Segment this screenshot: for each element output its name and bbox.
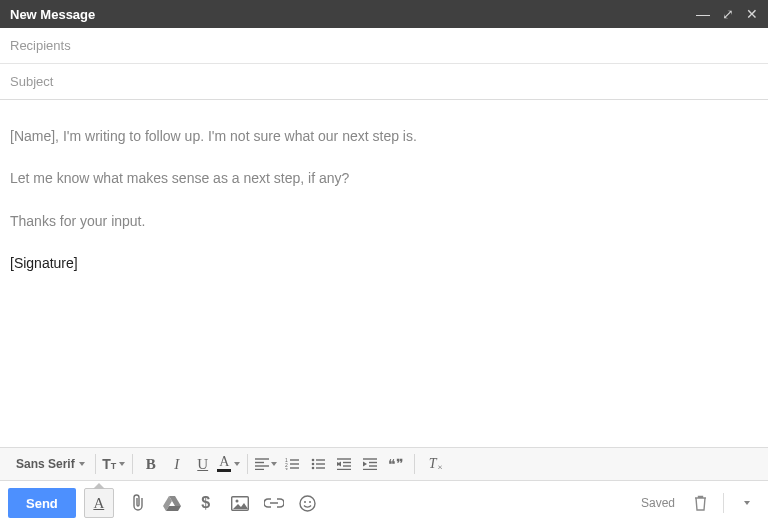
action-bar: Send A $ Saved	[0, 481, 768, 525]
align-button[interactable]	[254, 452, 278, 476]
svg-point-33	[304, 501, 306, 503]
numbered-list-icon: 123	[285, 458, 299, 470]
svg-marker-26	[363, 462, 367, 467]
align-left-icon	[255, 458, 269, 470]
attach-file-button[interactable]	[128, 493, 148, 513]
subject-placeholder: Subject	[10, 74, 53, 89]
font-family-label: Sans Serif	[16, 457, 75, 471]
insert-emoji-button[interactable]	[298, 493, 318, 513]
popout-icon[interactable]: ⤢	[722, 7, 734, 21]
formatting-toggle-glyph: A	[93, 495, 104, 512]
text-color-button[interactable]: A	[217, 452, 241, 476]
signature-line: [Signature]	[10, 253, 758, 273]
chevron-down-icon	[234, 462, 240, 466]
svg-point-12	[311, 467, 314, 470]
recipients-field[interactable]: Recipients	[0, 28, 768, 64]
svg-point-10	[311, 459, 314, 462]
body-paragraph: Thanks for your input.	[10, 211, 758, 231]
formatting-toolbar: Sans Serif TT B I U A 123	[0, 447, 768, 481]
font-family-picker[interactable]: Sans Serif	[12, 457, 89, 471]
subject-field[interactable]: Subject	[0, 64, 768, 100]
more-options-button[interactable]	[736, 492, 758, 514]
bold-button[interactable]: B	[139, 452, 163, 476]
remove-formatting-button[interactable]: T	[421, 452, 445, 476]
svg-marker-21	[337, 462, 341, 467]
save-status: Saved	[641, 496, 675, 510]
send-button[interactable]: Send	[8, 488, 76, 518]
insert-drive-button[interactable]	[162, 493, 182, 513]
indent-less-icon	[337, 458, 351, 470]
insert-money-button[interactable]: $	[196, 493, 216, 513]
window-title: New Message	[10, 7, 696, 22]
numbered-list-button[interactable]: 123	[280, 452, 304, 476]
indent-more-icon	[363, 458, 377, 470]
svg-text:3: 3	[285, 467, 288, 470]
separator	[723, 493, 724, 513]
indent-more-button[interactable]	[358, 452, 382, 476]
chevron-down-icon	[744, 501, 750, 505]
link-icon	[264, 498, 284, 508]
minimize-icon[interactable]: —	[696, 7, 710, 21]
body-paragraph: [Name], I'm writing to follow up. I'm no…	[10, 126, 758, 146]
underline-button[interactable]: U	[191, 452, 215, 476]
chevron-down-icon	[79, 462, 85, 466]
body-paragraph: Let me know what makes sense as a next s…	[10, 168, 758, 188]
compose-window: New Message — ⤢ ✕ Recipients Subject [Na…	[0, 0, 768, 525]
drive-icon	[163, 495, 181, 511]
window-controls: — ⤢ ✕	[696, 7, 758, 21]
svg-point-34	[309, 501, 311, 503]
insert-photo-button[interactable]	[230, 493, 250, 513]
attachment-icons: $	[122, 493, 318, 513]
photo-icon	[231, 496, 249, 511]
font-size-small-glyph: T	[111, 461, 117, 471]
emoji-icon	[299, 495, 316, 512]
chevron-down-icon	[271, 462, 277, 466]
chevron-down-icon	[119, 462, 125, 466]
discard-button[interactable]	[689, 492, 711, 514]
insert-link-button[interactable]	[264, 493, 284, 513]
svg-point-32	[300, 496, 315, 511]
italic-button[interactable]: I	[165, 452, 189, 476]
recipients-placeholder: Recipients	[10, 38, 71, 53]
svg-point-31	[235, 499, 238, 502]
indent-less-button[interactable]	[332, 452, 356, 476]
message-body[interactable]: [Name], I'm writing to follow up. I'm no…	[0, 100, 768, 447]
paperclip-icon	[130, 494, 146, 512]
quote-button[interactable]: ❝❞	[384, 452, 408, 476]
font-size-button[interactable]: TT	[102, 452, 126, 476]
font-size-big-glyph: T	[102, 456, 111, 472]
bulleted-list-icon	[311, 458, 325, 470]
message-body-wrap: [Name], I'm writing to follow up. I'm no…	[0, 100, 768, 447]
trash-icon	[694, 495, 707, 511]
svg-point-11	[311, 463, 314, 466]
formatting-toggle-button[interactable]: A	[84, 488, 114, 518]
titlebar: New Message — ⤢ ✕	[0, 0, 768, 28]
close-icon[interactable]: ✕	[746, 7, 758, 21]
bulleted-list-button[interactable]	[306, 452, 330, 476]
